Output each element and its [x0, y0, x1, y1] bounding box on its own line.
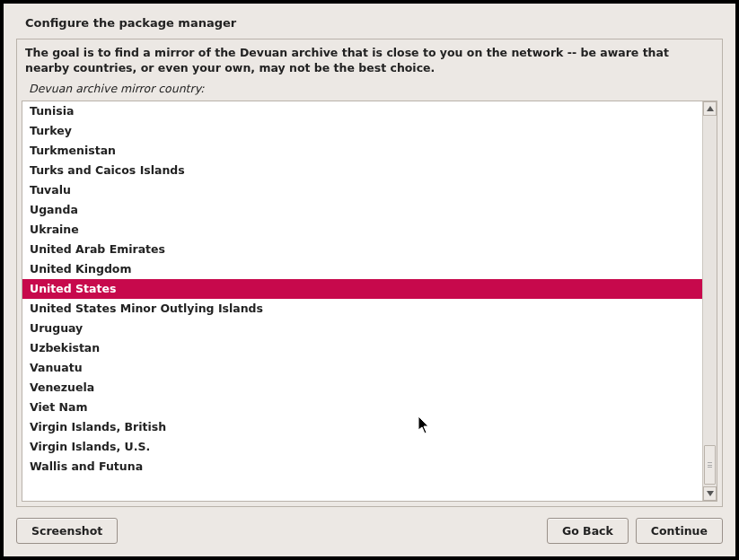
country-item[interactable]: Turkey [22, 121, 702, 141]
country-item[interactable]: Virgin Islands, U.S. [22, 437, 702, 457]
continue-button[interactable]: Continue [636, 518, 723, 544]
country-item[interactable]: United Arab Emirates [22, 240, 702, 259]
scrollbar[interactable] [702, 101, 717, 501]
country-item[interactable]: Ukraine [22, 220, 702, 240]
country-item[interactable]: Tuvalu [22, 180, 702, 200]
scroll-down-button[interactable] [703, 486, 717, 501]
country-item[interactable]: Uganda [22, 200, 702, 220]
country-item[interactable]: Uzbekistan [22, 338, 702, 358]
country-item[interactable]: United States Minor Outlying Islands [22, 299, 702, 319]
content-panel: The goal is to find a mirror of the Devu… [16, 39, 723, 507]
country-list-container: TunisiaTurkeyTurkmenistanTurks and Caico… [22, 101, 717, 502]
country-item[interactable]: Venezuela [22, 378, 702, 398]
go-back-button[interactable]: Go Back [547, 518, 629, 544]
country-item[interactable]: Vanuatu [22, 358, 702, 378]
goal-description: The goal is to find a mirror of the Devu… [22, 44, 717, 80]
country-item[interactable]: Turkmenistan [22, 141, 702, 161]
country-item[interactable]: Tunisia [22, 101, 702, 121]
country-field-label: Devuan archive mirror country: [22, 80, 717, 101]
country-item[interactable]: Virgin Islands, British [22, 417, 702, 437]
page-title: Configure the package manager [4, 4, 735, 39]
country-list[interactable]: TunisiaTurkeyTurkmenistanTurks and Caico… [22, 101, 702, 501]
country-item[interactable]: United Kingdom [22, 259, 702, 279]
country-item[interactable]: Viet Nam [22, 398, 702, 417]
country-item[interactable]: United States [22, 279, 702, 299]
installer-window: Configure the package manager The goal i… [4, 4, 735, 556]
scroll-thumb[interactable] [704, 445, 716, 485]
country-item[interactable]: Wallis and Futuna [22, 457, 702, 477]
scroll-up-button[interactable] [703, 101, 717, 116]
country-item[interactable]: Uruguay [22, 319, 702, 338]
country-item[interactable]: Turks and Caicos Islands [22, 161, 702, 180]
button-bar: Screenshot Go Back Continue [4, 518, 735, 556]
scroll-track[interactable] [703, 116, 717, 486]
screenshot-button[interactable]: Screenshot [16, 518, 118, 544]
